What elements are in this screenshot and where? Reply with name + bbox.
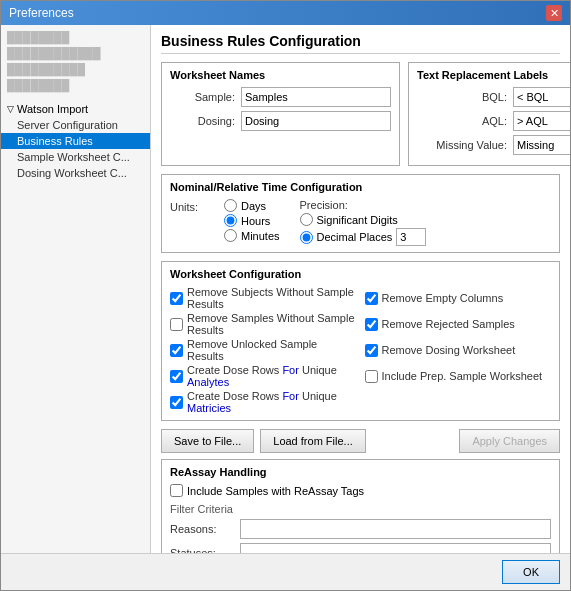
missing-label: Missing Value: — [417, 139, 507, 151]
days-radio[interactable] — [224, 199, 237, 212]
expand-icon: ▽ — [7, 104, 14, 114]
filter-criteria-area: Filter Criteria Reasons: Statuses: — [170, 503, 551, 553]
worksheet-config-section: Worksheet Configuration Remove Subjects … — [161, 261, 560, 421]
remove-dosing-label: Remove Dosing Worksheet — [382, 344, 516, 356]
reassay-checkbox-row: Include Samples with ReAssay Tags — [170, 484, 551, 497]
units-radio-group: Days Hours Minutes — [224, 199, 280, 246]
sample-label: Sample: — [170, 91, 235, 103]
significant-digits-label: Significant Digits — [317, 214, 398, 226]
sidebar-blurred-3: ██████████ — [1, 61, 150, 77]
sidebar-item-business-rules[interactable]: Business Rules — [1, 133, 150, 149]
worksheet-config-title: Worksheet Configuration — [170, 268, 551, 280]
significant-digits-radio[interactable] — [300, 213, 313, 226]
remove-samples-label: Remove Samples Without Sample Results — [187, 312, 357, 336]
time-config-title: Nominal/Relative Time Configuration — [170, 181, 551, 193]
sample-input[interactable] — [241, 87, 391, 107]
minutes-radio[interactable] — [224, 229, 237, 242]
time-config-row: Units: Days Hours — [170, 199, 551, 246]
units-label: Units: — [170, 201, 220, 213]
reassay-section: ReAssay Handling Include Samples with Re… — [161, 459, 560, 553]
checkbox-row-9: Create Dose Rows For Unique Matricies — [170, 390, 357, 414]
bql-label: BQL: — [417, 91, 507, 103]
checkbox-row-7: Create Dose Rows For Unique Analytes — [170, 364, 357, 388]
include-prep-checkbox[interactable] — [365, 370, 378, 383]
days-radio-row: Days — [224, 199, 280, 212]
checkbox-row-3: Remove Samples Without Sample Results — [170, 312, 357, 336]
reasons-input[interactable] — [240, 519, 551, 539]
minutes-radio-row: Minutes — [224, 229, 280, 242]
checkbox-row-5: Remove Unlocked Sample Results — [170, 338, 357, 362]
remove-subjects-checkbox[interactable] — [170, 292, 183, 305]
bottom-bar: OK — [1, 553, 570, 590]
bql-row: BQL: — [417, 87, 570, 107]
bql-input[interactable] — [513, 87, 570, 107]
checkbox-row-1: Remove Subjects Without Sample Results — [170, 286, 357, 310]
dosing-row: Dosing: — [170, 111, 391, 131]
text-replacement-title: Text Replacement Labels — [417, 69, 570, 81]
create-dose-matricies-label: Create Dose Rows For Unique Matricies — [187, 390, 357, 414]
hours-radio-row: Hours — [224, 214, 280, 227]
checkbox-row-8: Include Prep. Sample Worksheet — [365, 364, 552, 388]
top-sections: Worksheet Names Sample: Dosing: Text Rep… — [161, 62, 560, 166]
reasons-row: Reasons: — [170, 519, 551, 539]
remove-rejected-checkbox[interactable] — [365, 318, 378, 331]
close-button[interactable]: ✕ — [546, 5, 562, 21]
dosing-label: Dosing: — [170, 115, 235, 127]
sidebar-item-dosing-worksheet[interactable]: Dosing Worksheet C... — [1, 165, 150, 181]
watson-import-label: Watson Import — [17, 103, 88, 115]
include-reassay-checkbox[interactable] — [170, 484, 183, 497]
title-bar: Preferences ✕ — [1, 1, 570, 25]
checkboxes-grid: Remove Subjects Without Sample Results R… — [170, 286, 551, 414]
missing-input[interactable] — [513, 135, 570, 155]
precision-container: Precision: Significant Digits Decimal Pl… — [300, 199, 427, 246]
reassay-title: ReAssay Handling — [170, 466, 551, 478]
checkbox-row-6: Remove Dosing Worksheet — [365, 338, 552, 362]
remove-samples-checkbox[interactable] — [170, 318, 183, 331]
checkbox-row-2: Remove Empty Columns — [365, 286, 552, 310]
statuses-row: Statuses: — [170, 543, 551, 553]
sidebar-item-sample-worksheet[interactable]: Sample Worksheet C... — [1, 149, 150, 165]
remove-dosing-checkbox[interactable] — [365, 344, 378, 357]
sidebar-item-server-config[interactable]: Server Configuration — [1, 117, 150, 133]
sidebar-blurred-1: ████████ — [1, 29, 150, 45]
sidebar-blurred-4: ████████ — [1, 77, 150, 93]
days-label: Days — [241, 200, 266, 212]
apply-changes-button-1[interactable]: Apply Changes — [459, 429, 560, 453]
button-row-1: Save to File... Load from File... Apply … — [161, 429, 560, 453]
hours-label: Hours — [241, 215, 270, 227]
preferences-dialog: Preferences ✕ ████████ ████████████ ████… — [0, 0, 571, 591]
worksheet-names-section: Worksheet Names Sample: Dosing: — [161, 62, 400, 166]
precision-value-input[interactable] — [396, 228, 426, 246]
ok-button[interactable]: OK — [502, 560, 560, 584]
checkbox-row-4: Remove Rejected Samples — [365, 312, 552, 336]
create-dose-matricies-checkbox[interactable] — [170, 396, 183, 409]
main-panel: Business Rules Configuration Worksheet N… — [151, 25, 570, 553]
aql-row: AQL: — [417, 111, 570, 131]
statuses-input[interactable] — [240, 543, 551, 553]
remove-unlocked-checkbox[interactable] — [170, 344, 183, 357]
load-from-file-button-1[interactable]: Load from File... — [260, 429, 365, 453]
reasons-label: Reasons: — [170, 523, 240, 535]
save-to-file-button-1[interactable]: Save to File... — [161, 429, 254, 453]
dosing-input[interactable] — [241, 111, 391, 131]
filter-criteria-title: Filter Criteria — [170, 503, 551, 515]
create-dose-analytes-label: Create Dose Rows For Unique Analytes — [187, 364, 357, 388]
text-replacement-section: Text Replacement Labels BQL: AQL: Missin… — [408, 62, 570, 166]
precision-heading: Precision: — [300, 199, 427, 211]
content-area: ████████ ████████████ ██████████ ███████… — [1, 25, 570, 553]
panel-title: Business Rules Configuration — [161, 33, 560, 54]
decimal-places-row: Decimal Places — [300, 228, 427, 246]
worksheet-names-title: Worksheet Names — [170, 69, 391, 81]
time-config-inner: Days Hours Minutes — [224, 199, 426, 246]
remove-subjects-label: Remove Subjects Without Sample Results — [187, 286, 357, 310]
sidebar-item-watson-import[interactable]: ▽ Watson Import — [1, 101, 150, 117]
remove-unlocked-label: Remove Unlocked Sample Results — [187, 338, 357, 362]
create-dose-analytes-checkbox[interactable] — [170, 370, 183, 383]
remove-empty-columns-checkbox[interactable] — [365, 292, 378, 305]
hours-radio[interactable] — [224, 214, 237, 227]
decimal-places-label: Decimal Places — [317, 231, 393, 243]
time-config-section: Nominal/Relative Time Configuration Unit… — [161, 174, 560, 253]
decimal-places-radio[interactable] — [300, 231, 313, 244]
aql-input[interactable] — [513, 111, 570, 131]
remove-rejected-label: Remove Rejected Samples — [382, 318, 515, 330]
